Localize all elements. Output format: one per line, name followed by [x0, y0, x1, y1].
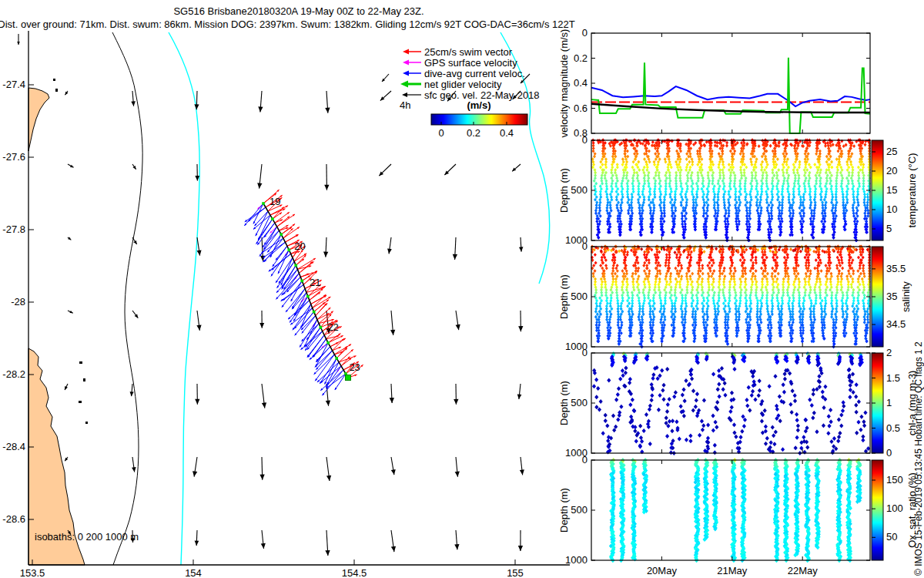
pt — [652, 318, 655, 321]
pt — [836, 439, 840, 443]
pt — [778, 418, 782, 423]
pt — [772, 442, 776, 446]
pt — [728, 168, 731, 172]
pt — [643, 283, 646, 287]
pt — [598, 220, 601, 223]
oxygen-colorbar-tick-label: 50 — [886, 531, 897, 543]
pt — [715, 247, 718, 250]
pt — [782, 280, 785, 284]
pt — [807, 182, 810, 186]
current-arrow-head — [390, 398, 394, 403]
salinity-ytick-label: 0 — [582, 240, 588, 252]
pt — [807, 267, 810, 271]
pt — [642, 312, 645, 316]
pt — [681, 388, 685, 392]
pt — [835, 267, 839, 271]
pt — [594, 301, 598, 305]
pt — [771, 307, 774, 311]
velocity-ytick-label: 0 — [582, 27, 588, 39]
pt — [798, 163, 801, 166]
pt — [658, 393, 661, 398]
pt — [653, 160, 656, 164]
pt — [723, 267, 726, 271]
pt — [738, 301, 742, 305]
pt — [787, 173, 790, 177]
velocity-panel-frame — [591, 33, 870, 133]
pt — [668, 261, 671, 265]
pt — [773, 374, 777, 378]
current-arrow-head — [194, 104, 199, 109]
pt — [808, 206, 812, 210]
pt — [862, 256, 865, 260]
pt — [723, 274, 726, 278]
pt — [842, 312, 845, 316]
track-day-label: 22 — [327, 321, 338, 333]
pt — [728, 291, 731, 294]
pt — [628, 312, 631, 316]
pt — [691, 157, 694, 161]
pt — [659, 272, 662, 276]
pt — [702, 214, 705, 218]
pt — [758, 310, 762, 314]
pt — [809, 318, 812, 321]
pt — [645, 168, 648, 172]
pt — [595, 200, 598, 204]
pt — [723, 381, 727, 385]
pt — [713, 443, 717, 448]
pt — [632, 285, 635, 289]
pt — [831, 195, 834, 199]
pt — [745, 248, 748, 252]
pt — [653, 307, 656, 311]
pt — [841, 261, 844, 265]
pt — [688, 439, 692, 443]
pt — [786, 294, 789, 297]
pt — [750, 171, 753, 175]
pt — [619, 233, 622, 237]
pt — [611, 414, 615, 418]
pt — [738, 435, 742, 439]
pt — [694, 227, 697, 231]
pt — [615, 198, 618, 202]
pt — [698, 261, 701, 265]
pt — [841, 267, 844, 271]
pt — [718, 296, 721, 300]
pt — [765, 256, 768, 260]
pt — [852, 168, 855, 172]
pt — [802, 214, 805, 218]
pt — [648, 442, 652, 446]
pt — [776, 304, 779, 308]
pt — [712, 261, 715, 265]
pt — [643, 299, 646, 303]
oxygen-ytick-label: 500 — [571, 504, 588, 516]
pt — [718, 277, 721, 281]
pt — [689, 277, 692, 281]
pt — [640, 247, 643, 251]
temperature-ylabel: Depth (m) — [558, 168, 570, 213]
pt — [631, 310, 634, 314]
legend-label-gps-velocity: GPS surface velocity — [424, 57, 517, 69]
pt — [665, 274, 668, 278]
pt — [628, 381, 631, 385]
pt — [621, 193, 624, 197]
pt — [615, 291, 618, 294]
pt — [744, 198, 747, 202]
pt — [862, 423, 866, 428]
pt — [626, 190, 629, 193]
temperature-colorbar-tick-label: 5 — [886, 223, 892, 234]
land-coastline — [28, 79, 88, 565]
legend-label-net-glider-velocity: net glider velocity — [424, 79, 502, 90]
speed-colorbar-tick-2: 0.4 — [500, 127, 514, 139]
figure-canvas: SG516 Brisbane20180320A 19-May 00Z to 22… — [0, 0, 924, 578]
pt — [748, 315, 752, 319]
pt — [766, 310, 769, 314]
pt — [764, 155, 767, 159]
pt — [752, 168, 755, 172]
pt — [636, 144, 639, 148]
pt — [728, 176, 732, 180]
pt — [859, 272, 862, 276]
pt — [638, 206, 641, 210]
pt — [810, 211, 813, 215]
current-arrow-head — [520, 469, 524, 475]
pt — [634, 272, 638, 276]
pt — [668, 176, 671, 180]
